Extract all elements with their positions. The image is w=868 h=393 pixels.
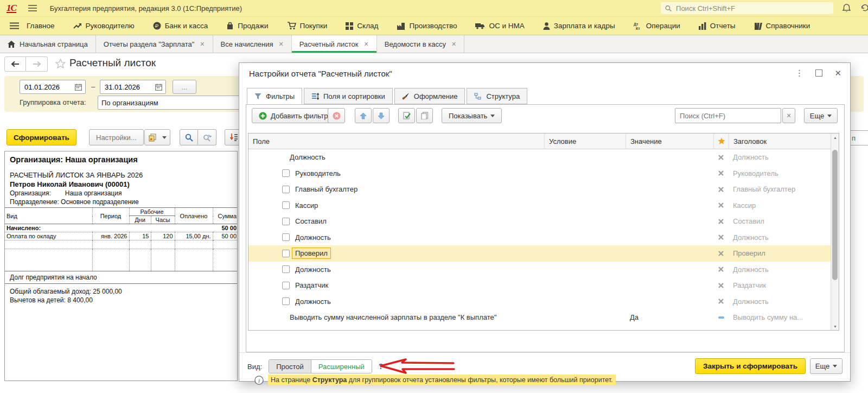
section-prodazhi[interactable]: Продажи bbox=[226, 22, 268, 30]
tab-home[interactable]: Начальная страница bbox=[0, 35, 96, 53]
section-sklad[interactable]: Склад bbox=[346, 22, 378, 30]
scroll-down-icon[interactable]: ▼ bbox=[831, 322, 839, 330]
checkbox[interactable] bbox=[282, 218, 290, 225]
section-bank-kassa[interactable]: Р Банк и касса bbox=[153, 22, 208, 30]
clear-value-icon[interactable] bbox=[718, 266, 724, 272]
col-star[interactable] bbox=[713, 134, 729, 149]
checkbox[interactable] bbox=[282, 282, 290, 289]
maximize-icon[interactable] bbox=[815, 69, 822, 77]
history-icon[interactable] bbox=[860, 3, 868, 12]
selected-cell[interactable]: Проверил bbox=[292, 248, 331, 259]
filter-row[interactable]: Выводить сумму начисленной зарплаты в ра… bbox=[248, 309, 839, 326]
clear-value-icon[interactable] bbox=[718, 298, 724, 305]
filter-row[interactable]: Должность Должность bbox=[248, 262, 839, 278]
favorite-star-icon[interactable] bbox=[55, 59, 66, 68]
save-settings-split-button[interactable] bbox=[144, 129, 170, 145]
check-all-button[interactable] bbox=[398, 108, 415, 123]
col-condition[interactable]: Условие bbox=[544, 134, 626, 149]
filter-row[interactable]: Руководитель Руководитель bbox=[248, 166, 839, 182]
checkbox[interactable] bbox=[282, 169, 290, 177]
close-icon[interactable]: ✕ bbox=[451, 41, 456, 48]
clear-value-icon[interactable] bbox=[718, 186, 724, 193]
filter-row[interactable]: Должность Должность bbox=[248, 294, 839, 310]
calendar-icon[interactable] bbox=[155, 84, 162, 91]
sections-menu-icon[interactable] bbox=[10, 22, 19, 29]
date-to-input[interactable] bbox=[104, 83, 149, 92]
find-button[interactable] bbox=[180, 129, 198, 145]
calendar-icon[interactable] bbox=[75, 84, 82, 91]
checkbox[interactable] bbox=[282, 297, 290, 305]
checkbox[interactable] bbox=[282, 250, 290, 257]
section-os-nma[interactable]: ОС и НМА bbox=[475, 22, 524, 30]
dialog-menu-icon[interactable]: ⋮ bbox=[795, 68, 803, 78]
tab-otchety-zarplata[interactable]: Отчеты раздела "Зарплата"✕ bbox=[96, 35, 213, 53]
dash-icon[interactable] bbox=[718, 316, 724, 319]
clear-value-icon[interactable] bbox=[718, 282, 724, 289]
col-value[interactable]: Значение bbox=[626, 134, 713, 149]
move-up-button[interactable] bbox=[355, 108, 372, 123]
section-otchety[interactable]: Отчеты bbox=[699, 22, 736, 30]
close-icon[interactable]: ✕ bbox=[278, 41, 283, 48]
date-from-field[interactable] bbox=[20, 80, 86, 94]
filter-row[interactable]: Составил Составил bbox=[248, 213, 839, 230]
clear-value-icon[interactable] bbox=[718, 170, 724, 176]
checkbox[interactable] bbox=[282, 233, 290, 241]
delete-filter-button[interactable] bbox=[328, 108, 345, 123]
back-button[interactable] bbox=[4, 56, 26, 72]
global-search-input[interactable] bbox=[675, 4, 829, 13]
view-extended-button[interactable]: Расширенный bbox=[311, 360, 372, 373]
tab-raschetny-listok[interactable]: Расчетный листок✕ bbox=[292, 35, 377, 53]
view-simple-button[interactable]: Простой bbox=[269, 360, 311, 373]
dialog-tab-appearance[interactable]: Оформление bbox=[394, 88, 465, 104]
section-rukovoditelyu[interactable]: Руководителю bbox=[73, 22, 135, 30]
section-spravochniki[interactable]: Справочники bbox=[754, 22, 810, 30]
move-down-button[interactable] bbox=[373, 108, 390, 123]
checkbox[interactable] bbox=[282, 265, 290, 273]
tab-vedomosti-v-kassu[interactable]: Ведомости в кассу✕ bbox=[377, 35, 464, 53]
close-icon[interactable]: ✕ bbox=[200, 41, 205, 48]
date-from-input[interactable] bbox=[23, 83, 69, 92]
filter-row[interactable]: Должность Должность bbox=[248, 149, 839, 166]
uncheck-all-button[interactable] bbox=[416, 108, 433, 123]
dialog-tab-filters[interactable]: Фильтры bbox=[247, 88, 302, 104]
section-operacii[interactable]: ДтКт Операции bbox=[634, 22, 680, 30]
close-icon[interactable]: ✕ bbox=[364, 41, 369, 48]
section-pokupki[interactable]: Покупки bbox=[287, 22, 328, 30]
notifications-bell-icon[interactable] bbox=[842, 3, 851, 12]
show-dropdown-button[interactable]: Показывать bbox=[442, 108, 502, 123]
forward-button[interactable] bbox=[26, 56, 48, 72]
clear-value-icon[interactable] bbox=[718, 218, 724, 225]
date-period-more-button[interactable]: ... bbox=[173, 80, 196, 94]
add-filter-button[interactable]: Добавить фильтр bbox=[252, 108, 335, 123]
clear-value-icon[interactable] bbox=[718, 250, 724, 257]
close-icon[interactable]: ✕ bbox=[834, 68, 841, 78]
scrollbar-thumb[interactable] bbox=[832, 150, 838, 280]
clear-search-button[interactable]: ✕ bbox=[782, 108, 795, 123]
clear-value-icon[interactable] bbox=[718, 234, 724, 240]
dialog-toolbar-more-button[interactable]: Еще bbox=[804, 108, 838, 123]
checkbox[interactable] bbox=[282, 186, 290, 193]
filter-row[interactable]: Должность Должность bbox=[248, 230, 839, 246]
filter-row[interactable]: Раздатчик Раздатчик bbox=[248, 277, 839, 294]
scroll-up-icon[interactable]: ▲ bbox=[831, 134, 839, 141]
filter-row[interactable]: Выводить периоды начислений Да Выводить … bbox=[248, 326, 839, 331]
section-zarplata-kadry[interactable]: Зарплата и кадры bbox=[543, 22, 615, 30]
col-title[interactable]: Заголовок bbox=[729, 134, 839, 149]
dialog-more-button[interactable]: Еще bbox=[810, 358, 843, 374]
global-search[interactable] bbox=[661, 2, 833, 14]
table-scrollbar[interactable]: ▲ ▼ bbox=[831, 134, 839, 330]
filter-row-selected[interactable]: Проверил Проверил bbox=[248, 245, 839, 262]
section-glavnoe[interactable]: Главное bbox=[27, 22, 55, 30]
dialog-tab-fields-sorting[interactable]: Поля и сортировки bbox=[304, 88, 393, 104]
filter-row[interactable]: Главный бухгалтер Главный бухгалтер bbox=[248, 181, 839, 198]
checkbox[interactable] bbox=[282, 201, 290, 209]
settings-button[interactable]: Настройки... bbox=[89, 129, 144, 145]
dialog-search-field[interactable] bbox=[675, 108, 781, 123]
section-proizvodstvo[interactable]: Производство bbox=[397, 22, 457, 30]
date-to-field[interactable] bbox=[100, 80, 166, 94]
dialog-tab-structure[interactable]: Структура bbox=[467, 88, 527, 104]
close-and-generate-button[interactable]: Закрыть и сформировать bbox=[695, 358, 806, 374]
filter-row[interactable]: Кассир Кассир bbox=[248, 198, 839, 214]
tab-vse-nachisleniya[interactable]: Все начисления✕ bbox=[213, 35, 292, 53]
dialog-search-input[interactable] bbox=[679, 111, 777, 121]
